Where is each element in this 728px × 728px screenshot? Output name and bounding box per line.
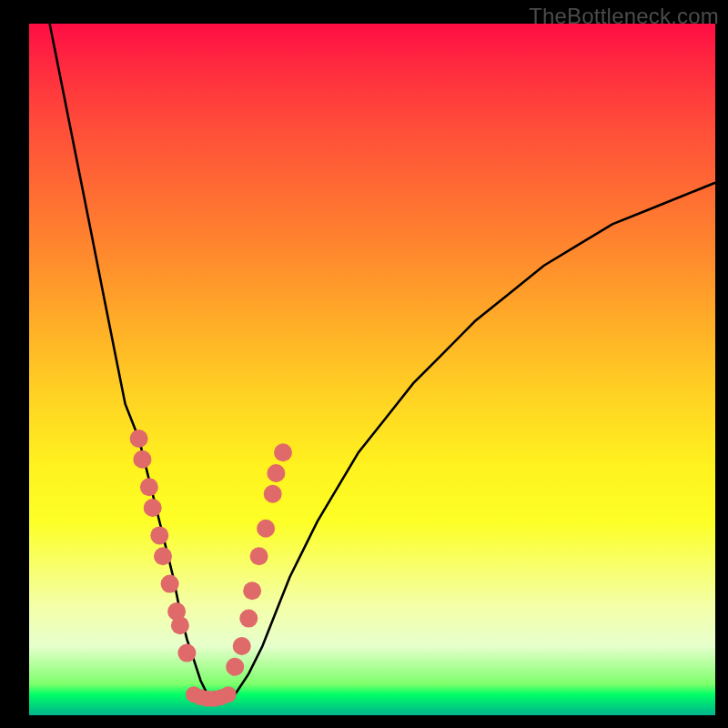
left-branch-markers [130, 430, 197, 662]
data-point [243, 581, 261, 600]
data-point [130, 430, 148, 448]
data-point [150, 526, 168, 544]
data-point [233, 637, 251, 655]
data-point [171, 616, 189, 634]
data-point [257, 520, 275, 538]
data-point [250, 547, 268, 565]
data-point [264, 485, 282, 503]
chart-frame: TheBottleneck.com [0, 0, 728, 728]
data-point [154, 547, 172, 565]
chart-overlay [29, 24, 715, 715]
valley-floor-markers [186, 686, 237, 707]
data-point [161, 575, 179, 593]
data-point [177, 644, 196, 662]
data-point [140, 478, 158, 496]
bottleneck-curve [50, 24, 715, 702]
data-point [274, 443, 292, 461]
data-point [226, 658, 244, 676]
chart-plot-area [29, 24, 715, 715]
data-point [239, 610, 258, 628]
data-point [144, 499, 162, 517]
watermark-text: TheBottleneck.com [529, 4, 719, 29]
data-point [133, 450, 151, 469]
data-point [220, 686, 237, 703]
data-point [267, 464, 285, 482]
right-branch-markers [226, 443, 292, 676]
